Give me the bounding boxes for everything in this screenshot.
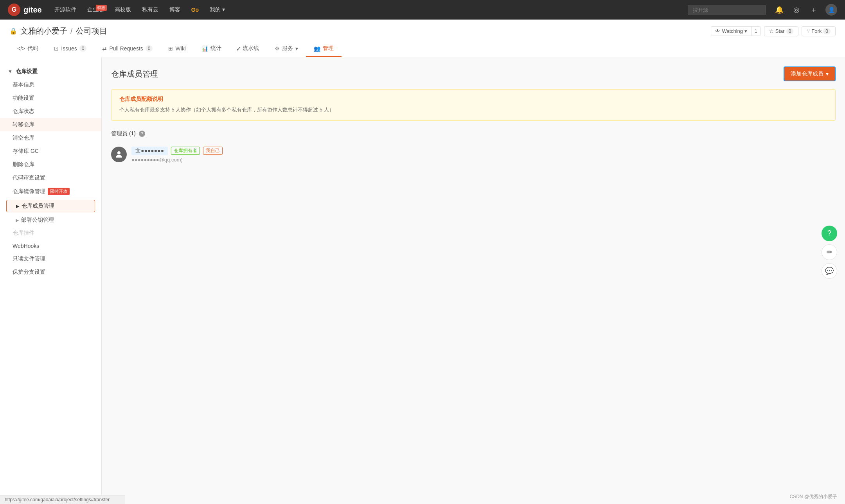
pr-badge: 0 xyxy=(146,45,153,52)
chevron-right-icon: ▶ xyxy=(16,204,19,209)
watermark: CSDN @优秀的小爱子 xyxy=(789,493,837,500)
member-email: ●●●●●●●●●@qq.com) xyxy=(131,157,836,163)
bell-icon[interactable]: 🔔 xyxy=(774,4,785,15)
chevron-right-icon-deploy: ▶ xyxy=(16,218,19,223)
sidebar-active-wrapper: ▶ 仓库成员管理 xyxy=(0,198,101,214)
nav-university[interactable]: 高校版 xyxy=(110,4,136,16)
watching-count[interactable]: 1 xyxy=(752,27,760,36)
navbar-icons: 🔔 ◎ ＋ 👤 xyxy=(774,4,837,16)
chevron-down-icon: ▼ xyxy=(8,69,13,74)
tab-pipeline[interactable]: ⑇ 流水线 xyxy=(229,41,267,57)
fork-btn[interactable]: ⑂ Fork 0 xyxy=(802,26,836,36)
notice-text: 个人私有仓库最多支持 5 人协作（如个人拥有多个私有仓库，所有协作人数总计不得超… xyxy=(119,106,827,114)
tab-services[interactable]: ⚙ 服务 ▾ xyxy=(267,41,306,57)
chat-float-btn[interactable]: 💬 xyxy=(822,263,837,279)
sidebar-item-member-manage[interactable]: ▶ 仓库成员管理 xyxy=(6,200,95,212)
star-btn[interactable]: ☆ Star 0 xyxy=(764,26,799,36)
member-name: 文●●●●●●● xyxy=(131,147,168,155)
page-title: 仓库成员管理 xyxy=(111,69,158,79)
repo-tabs: </> 代码 ⊡ Issues 0 ⇄ Pull Requests 0 ⊞ Wi… xyxy=(9,41,836,57)
nav-enterprise[interactable]: 企业版 特惠 xyxy=(83,4,108,16)
tab-stats[interactable]: 📊 统计 xyxy=(194,41,229,57)
watching-btn[interactable]: 👁 Watching ▾ 1 xyxy=(711,26,760,36)
brand-name: gitee xyxy=(23,5,42,14)
sidebar-item-clear-repo[interactable]: 清空仓库 xyxy=(0,131,101,145)
sidebar-item-repo-gc[interactable]: 存储库 GC xyxy=(0,145,101,158)
user-avatar[interactable]: 👤 xyxy=(825,4,837,16)
star-count: 0 xyxy=(786,28,794,34)
edit-float-btn[interactable]: ✏ xyxy=(822,244,837,260)
content-header: 仓库成员管理 添加仓库成员 ▾ xyxy=(111,66,836,81)
sidebar-item-repo-widget: 仓库挂件 xyxy=(0,226,101,240)
repo-name[interactable]: 公司项目 xyxy=(76,26,107,36)
navbar: G gitee 开源软件 企业版 特惠 高校版 私有云 博客 Go 我的 ▾ 🔔… xyxy=(0,0,845,20)
repo-title: 🔒 文雅的小爱子 / 公司项目 xyxy=(9,26,107,36)
sidebar-item-basic-info[interactable]: 基本信息 xyxy=(0,78,101,91)
member-avatar xyxy=(111,147,127,162)
sidebar-item-deploy-key[interactable]: ▶ 部署公钥管理 xyxy=(0,214,101,226)
sidebar-section-settings: ▼ 仓库设置 基本信息 功能设置 仓库状态 转移仓库 清空仓库 存储库 GC 删… xyxy=(0,65,101,279)
member-item: 文●●●●●●● 仓库拥有者 我自己 ●●●●●●●●●@qq.com) xyxy=(111,143,836,166)
sidebar-item-code-review[interactable]: 代码审查设置 xyxy=(0,171,101,185)
tab-manage[interactable]: 👥 管理 xyxy=(306,41,342,57)
repo-owner[interactable]: 文雅的小爱子 xyxy=(20,26,67,36)
nav-opensource[interactable]: 开源软件 xyxy=(50,4,81,16)
sidebar-item-transfer-repo[interactable]: 转移仓库 xyxy=(0,118,101,131)
member-name-row: 文●●●●●●● 仓库拥有者 我自己 xyxy=(131,147,836,155)
add-member-button[interactable]: 添加仓库成员 ▾ xyxy=(784,66,836,81)
nav-links: 开源软件 企业版 特惠 高校版 私有云 博客 Go 我的 ▾ xyxy=(50,4,680,16)
help-icon[interactable]: ? xyxy=(139,131,145,137)
member-tag-self: 我自己 xyxy=(203,147,223,155)
notice-title: 仓库成员配额说明 xyxy=(119,96,827,103)
sidebar: ▼ 仓库设置 基本信息 功能设置 仓库状态 转移仓库 清空仓库 存储库 GC 删… xyxy=(0,57,102,504)
separator: / xyxy=(70,27,73,36)
repo-header: 🔒 文雅的小爱子 / 公司项目 👁 Watching ▾ 1 ☆ Star xyxy=(0,20,845,57)
nav-blog[interactable]: 博客 xyxy=(165,4,185,16)
sidebar-item-webhooks[interactable]: WebHooks xyxy=(0,240,101,252)
search-input[interactable] xyxy=(688,5,766,15)
enterprise-badge: 特惠 xyxy=(96,5,107,11)
member-info: 文●●●●●●● 仓库拥有者 我自己 ●●●●●●●●●@qq.com) xyxy=(131,147,836,163)
sidebar-section-title[interactable]: ▼ 仓库设置 xyxy=(0,65,101,78)
watching-label[interactable]: 👁 Watching ▾ xyxy=(711,27,752,36)
admin-section-title: 管理员 (1) ? xyxy=(111,130,836,137)
float-buttons: ? ✏ 💬 xyxy=(822,226,837,279)
tab-wiki[interactable]: ⊞ Wiki xyxy=(160,41,193,57)
gitee-logo-icon: G xyxy=(8,4,20,16)
sidebar-item-delete-repo[interactable]: 删除仓库 xyxy=(0,158,101,171)
issues-badge: 0 xyxy=(79,45,87,52)
fork-count: 0 xyxy=(823,28,831,34)
tab-issues[interactable]: ⊡ Issues 0 xyxy=(46,41,94,57)
brand-logo[interactable]: G gitee xyxy=(8,4,42,16)
member-tag-owner: 仓库拥有者 xyxy=(171,147,200,155)
plus-icon[interactable]: ＋ xyxy=(808,4,819,15)
tab-code[interactable]: </> 代码 xyxy=(9,41,46,57)
repo-title-row: 🔒 文雅的小爱子 / 公司项目 👁 Watching ▾ 1 ☆ Star xyxy=(9,26,836,36)
nav-mine[interactable]: 我的 ▾ xyxy=(205,4,230,16)
limited-badge: 限时开放 xyxy=(48,188,70,195)
lock-icon: 🔒 xyxy=(9,27,17,35)
avatar-icon xyxy=(114,150,124,159)
sidebar-item-mirror-manage[interactable]: 仓库镜像管理 限时开放 xyxy=(0,185,101,198)
status-bar: https://gitee.com/gaoaiaia/project/setti… xyxy=(0,495,125,504)
nav-private-cloud[interactable]: 私有云 xyxy=(137,4,163,16)
notice-box: 仓库成员配额说明 个人私有仓库最多支持 5 人协作（如个人拥有多个私有仓库，所有… xyxy=(111,89,836,121)
content-area: 仓库成员管理 添加仓库成员 ▾ 仓库成员配额说明 个人私有仓库最多支持 5 人协… xyxy=(102,57,845,504)
location-icon[interactable]: ◎ xyxy=(791,4,802,15)
sidebar-item-readonly-files[interactable]: 只读文件管理 xyxy=(0,252,101,265)
help-float-btn[interactable]: ? xyxy=(822,226,837,241)
svg-point-0 xyxy=(117,151,120,154)
sidebar-item-repo-status[interactable]: 仓库状态 xyxy=(0,105,101,118)
nav-go[interactable]: Go xyxy=(187,4,203,15)
repo-actions: 👁 Watching ▾ 1 ☆ Star 0 ⑂ Fork 0 xyxy=(711,26,836,36)
sidebar-item-feature-settings[interactable]: 功能设置 xyxy=(0,91,101,105)
tab-pr[interactable]: ⇄ Pull Requests 0 xyxy=(94,41,160,57)
main-container: ▼ 仓库设置 基本信息 功能设置 仓库状态 转移仓库 清空仓库 存储库 GC 删… xyxy=(0,57,845,504)
sidebar-item-protected-branch[interactable]: 保护分支设置 xyxy=(0,265,101,279)
